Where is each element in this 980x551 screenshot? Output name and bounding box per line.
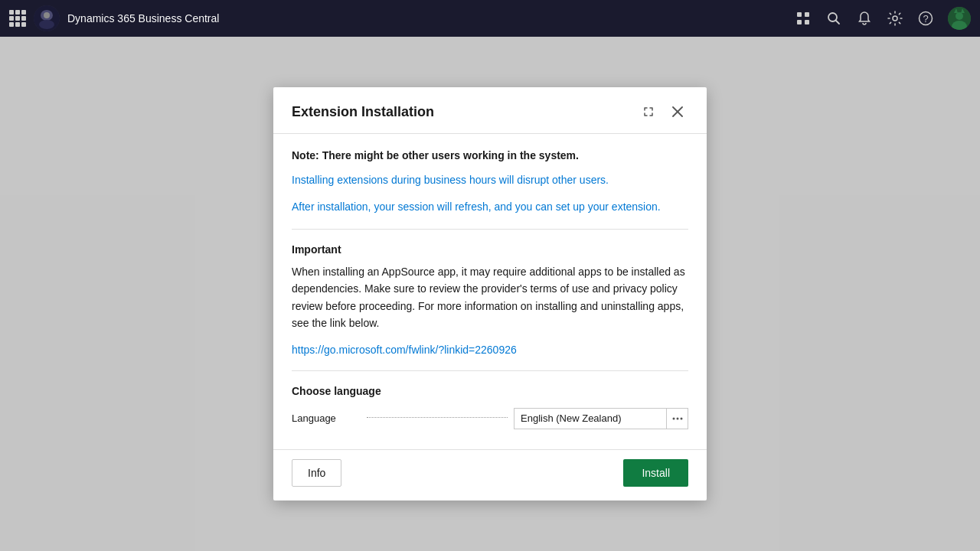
info-button[interactable]: Info <box>292 459 341 487</box>
svg-point-3 <box>39 20 54 29</box>
settings-icon[interactable] <box>887 10 903 27</box>
logo-icon[interactable] <box>34 5 60 31</box>
svg-text:?: ? <box>923 13 928 24</box>
language-field-row: Language <box>292 408 688 429</box>
close-button[interactable] <box>667 101 688 122</box>
svg-point-10 <box>893 16 897 21</box>
language-more-button[interactable] <box>667 408 688 429</box>
important-heading: Important <box>292 243 688 256</box>
notifications-icon[interactable] <box>856 10 873 27</box>
svg-point-14 <box>956 12 963 20</box>
topbar-left: Dynamics 365 Business Central <box>9 5 786 31</box>
search-icon[interactable] <box>825 10 842 27</box>
installing-link[interactable]: Installing extensions during business ho… <box>292 174 609 186</box>
apps-grid-icon[interactable] <box>795 10 812 27</box>
svg-point-22 <box>680 417 682 419</box>
language-label: Language <box>292 412 361 424</box>
svg-point-21 <box>676 417 678 419</box>
main-content: Extension Installation <box>0 37 980 551</box>
dialog-header: Extension Installation <box>273 87 707 134</box>
topbar-title: Dynamics 365 Business Central <box>67 12 219 24</box>
after-text: After installation, your session will re… <box>292 199 688 215</box>
dialog-header-actions <box>638 101 688 122</box>
svg-rect-4 <box>797 12 802 17</box>
svg-rect-7 <box>805 20 809 24</box>
dialog: Extension Installation <box>273 87 707 500</box>
choose-language-label: Choose language <box>292 385 688 397</box>
after-link[interactable]: After installation, your session will re… <box>292 201 661 213</box>
avatar[interactable] <box>948 7 971 30</box>
svg-line-9 <box>836 21 840 24</box>
topbar: Dynamics 365 Business Central <box>0 0 980 37</box>
topbar-right: ? <box>795 7 971 30</box>
important-body: When installing an AppSource app, it may… <box>292 263 688 332</box>
svg-rect-6 <box>797 20 802 24</box>
microsoft-link[interactable]: https://go.microsoft.com/fwlink/?linkid=… <box>292 344 517 356</box>
install-button[interactable]: Install <box>623 459 688 487</box>
divider-2 <box>292 370 688 371</box>
dialog-title: Extension Installation <box>292 104 434 120</box>
modal-overlay: Extension Installation <box>0 37 980 551</box>
divider-1 <box>292 229 688 230</box>
field-dots <box>367 417 508 418</box>
apps-icon[interactable] <box>9 10 26 27</box>
note-text: Note: There might be other users working… <box>292 149 688 161</box>
language-input[interactable] <box>514 408 667 429</box>
svg-point-2 <box>44 12 50 18</box>
svg-point-20 <box>672 417 675 419</box>
svg-rect-5 <box>805 12 809 17</box>
help-icon[interactable]: ? <box>917 10 934 27</box>
expand-button[interactable] <box>638 101 659 122</box>
dialog-body: Note: There might be other users working… <box>273 134 707 449</box>
installing-text: Installing extensions during business ho… <box>292 172 688 188</box>
dialog-footer: Info Install <box>273 449 707 500</box>
